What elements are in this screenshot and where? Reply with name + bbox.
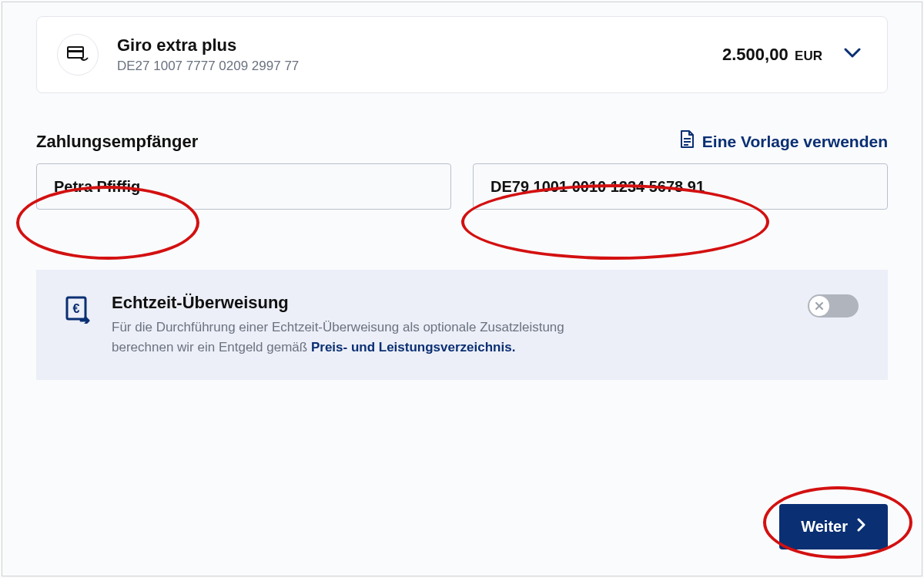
recipient-name-input[interactable] bbox=[36, 163, 451, 210]
price-list-link[interactable]: Preis- und Leistungsverzeichnis. bbox=[311, 340, 515, 355]
balance-amount: 2.500,00 bbox=[722, 45, 788, 64]
realtime-transfer-panel: € Echtzeit-Überweisung Für die Durchführ… bbox=[36, 270, 888, 380]
account-icon bbox=[57, 34, 99, 76]
account-balance: 2.500,00 EUR bbox=[722, 45, 822, 65]
account-iban: DE27 1007 7777 0209 2997 77 bbox=[117, 59, 722, 74]
realtime-text: Echtzeit-Überweisung Für die Durchführun… bbox=[112, 293, 788, 357]
account-balance-wrap: 2.500,00 EUR bbox=[722, 45, 861, 65]
chevron-right-icon bbox=[857, 518, 866, 536]
account-info: Giro extra plus DE27 1007 7777 0209 2997… bbox=[117, 35, 722, 74]
document-icon bbox=[679, 130, 695, 153]
recipient-inputs bbox=[36, 163, 888, 210]
balance-currency: EUR bbox=[795, 49, 822, 63]
page-container: Giro extra plus DE27 1007 7777 0209 2997… bbox=[2, 2, 922, 576]
continue-label: Weiter bbox=[801, 518, 848, 536]
chevron-down-icon[interactable] bbox=[844, 48, 861, 62]
recipient-section-header: Zahlungsempfänger Eine Vorlage verwenden bbox=[36, 130, 888, 153]
recipient-label: Zahlungsempfänger bbox=[36, 132, 198, 152]
use-template-label: Eine Vorlage verwenden bbox=[702, 133, 888, 151]
toggle-knob bbox=[809, 296, 829, 316]
svg-rect-1 bbox=[68, 50, 83, 52]
svg-text:€: € bbox=[73, 302, 80, 315]
source-account-card[interactable]: Giro extra plus DE27 1007 7777 0209 2997… bbox=[36, 16, 888, 93]
footer-actions: Weiter bbox=[779, 504, 888, 549]
account-name: Giro extra plus bbox=[117, 35, 722, 55]
continue-button[interactable]: Weiter bbox=[779, 504, 888, 549]
realtime-title: Echtzeit-Überweisung bbox=[112, 293, 788, 313]
use-template-link[interactable]: Eine Vorlage verwenden bbox=[679, 130, 888, 153]
realtime-description: Für die Durchführung einer Echtzeit-Über… bbox=[112, 318, 620, 357]
recipient-iban-input[interactable] bbox=[473, 163, 888, 210]
realtime-toggle[interactable] bbox=[808, 294, 859, 318]
euro-transfer-icon: € bbox=[65, 296, 92, 327]
